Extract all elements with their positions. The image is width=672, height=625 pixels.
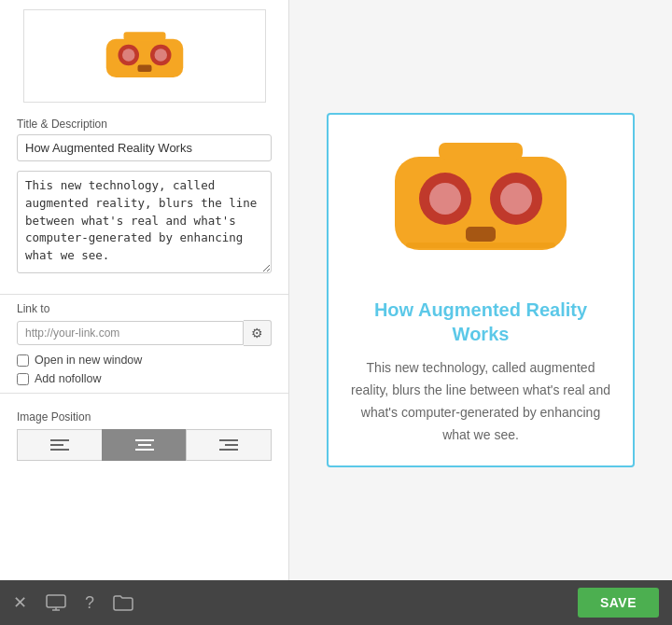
open-new-window-label: Open in new window [35, 354, 142, 367]
preview-card: How Augmented Reality Works This new tec… [327, 113, 635, 466]
align-left-icon [50, 438, 69, 452]
svg-rect-13 [219, 439, 238, 441]
svg-point-20 [500, 183, 532, 215]
title-section-label: Title & Description [0, 112, 288, 134]
position-center-button[interactable] [102, 429, 187, 461]
image-position-label: Image Position [17, 410, 272, 424]
link-input[interactable] [17, 321, 244, 345]
svg-rect-11 [138, 444, 151, 446]
folder-icon[interactable] [113, 594, 133, 611]
svg-point-4 [154, 49, 167, 62]
add-nofollow-checkbox[interactable] [17, 373, 29, 385]
link-section: Link to ⚙ Open in new window Add nofollo… [0, 302, 288, 385]
desktop-icon[interactable] [46, 594, 66, 611]
svg-rect-6 [123, 32, 165, 40]
description-textarea[interactable]: This new technology, called augmented re… [17, 171, 272, 273]
add-nofollow-row[interactable]: Add nofollow [17, 372, 272, 385]
align-center-icon [135, 438, 154, 452]
position-right-button[interactable] [186, 429, 272, 461]
link-gear-button[interactable]: ⚙ [244, 320, 272, 346]
preview-title: How Augmented Reality Works [347, 298, 614, 346]
add-nofollow-label: Add nofollow [35, 372, 102, 385]
thumbnail-image [23, 9, 266, 103]
svg-point-18 [429, 183, 461, 215]
svg-point-2 [122, 49, 135, 62]
thumbnail-area [0, 0, 288, 112]
svg-rect-24 [47, 595, 65, 607]
svg-rect-15 [219, 449, 238, 451]
open-new-window-row[interactable]: Open in new window [17, 354, 272, 367]
divider-1 [0, 294, 288, 295]
link-label: Link to [17, 302, 272, 315]
svg-rect-14 [225, 444, 238, 446]
image-position-section: Image Position [0, 401, 288, 461]
svg-rect-8 [50, 444, 63, 446]
svg-rect-7 [50, 439, 69, 441]
link-input-row: ⚙ [17, 320, 272, 346]
bottom-bar: ✕ ? SAVE [0, 580, 672, 625]
position-left-button[interactable] [17, 429, 102, 461]
svg-rect-10 [135, 439, 154, 441]
svg-rect-9 [50, 449, 69, 451]
svg-rect-5 [137, 64, 151, 72]
help-icon[interactable]: ? [85, 593, 94, 613]
open-new-window-checkbox[interactable] [17, 354, 29, 367]
divider-2 [0, 393, 288, 394]
preview-description: This new technology, called augmented re… [347, 357, 614, 446]
close-icon[interactable]: ✕ [13, 592, 27, 613]
position-buttons-group [17, 429, 272, 461]
align-right-icon [219, 438, 238, 452]
left-panel: Title & Description This new technology,… [0, 0, 289, 580]
right-panel: How Augmented Reality Works This new tec… [289, 0, 672, 580]
svg-rect-23 [406, 243, 555, 248]
svg-rect-22 [439, 143, 523, 160]
collapse-handle[interactable]: ‹ [288, 273, 289, 307]
svg-rect-21 [466, 227, 496, 242]
svg-rect-12 [135, 449, 154, 451]
preview-vr-image [387, 133, 574, 283]
title-input[interactable] [17, 134, 272, 161]
save-button[interactable]: SAVE [578, 588, 659, 618]
thumbnail-vr-icon [103, 26, 187, 87]
preview-vr-icon [387, 138, 574, 278]
